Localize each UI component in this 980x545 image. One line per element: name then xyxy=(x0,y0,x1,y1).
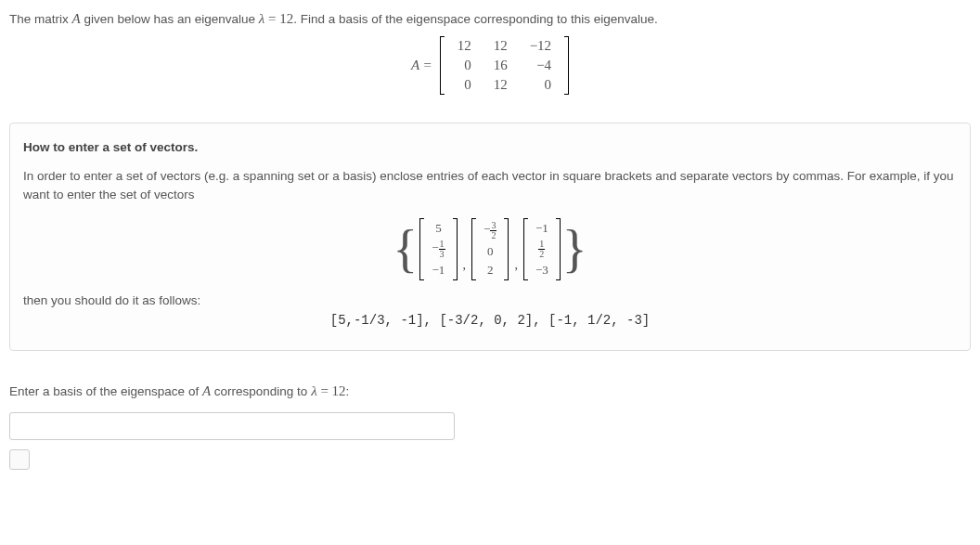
vector-entry: −3 xyxy=(532,262,552,279)
matrix-cell: 12 xyxy=(483,36,519,56)
info-box: How to enter a set of vectors. In order … xyxy=(9,123,971,351)
bracket-left-icon xyxy=(440,36,445,95)
problem-intro-post: . Find a basis of the eigenspace corresp… xyxy=(293,12,658,26)
answer-label-mid: corresponding to xyxy=(211,384,311,398)
code-example: [5,-1/3, -1], [-3/2, 0, 2], [-1, 1/2, -3… xyxy=(23,313,957,328)
bracket-right-icon xyxy=(504,218,509,280)
problem-intro-mid: given below has an eigenvalue xyxy=(81,12,259,26)
vector-1: 5 −13 −1 xyxy=(419,218,457,280)
curly-left-icon: { xyxy=(393,223,418,275)
matrix-cell: −4 xyxy=(519,56,562,75)
matrix-A: 12 12 −12 0 16 −4 0 12 0 xyxy=(446,36,562,95)
bracket-left-icon xyxy=(419,218,424,280)
vector-entry: −1 xyxy=(532,220,552,237)
answer-label-pre: Enter a basis of the eigenspace of xyxy=(9,384,202,398)
vector-entry: −13 xyxy=(428,239,448,260)
matrix-A-symbol: A xyxy=(72,11,81,26)
bracket-right-icon xyxy=(453,218,458,280)
vector-2: −32 0 2 xyxy=(471,218,509,280)
matrix-display: A = 12 12 −12 0 16 −4 0 12 0 xyxy=(9,36,971,95)
matrix-cell: 0 xyxy=(446,56,483,75)
curly-right-icon: } xyxy=(562,223,587,275)
comma: , xyxy=(514,258,518,280)
comma: , xyxy=(463,258,467,280)
matrix-cell: 16 xyxy=(483,56,519,75)
vector-entry: 12 xyxy=(532,239,552,260)
eq-sign: = xyxy=(264,11,279,26)
matrix-A-symbol: A xyxy=(202,383,211,398)
problem-intro-pre: The matrix xyxy=(9,12,72,26)
info-then: then you should do it as follows: xyxy=(23,293,957,307)
bracket-right-icon xyxy=(564,36,569,95)
vector-entry: 2 xyxy=(480,262,500,279)
answer-input[interactable] xyxy=(9,412,455,440)
status-box xyxy=(9,449,30,470)
vector-entry: 0 xyxy=(480,243,500,260)
lambda-value: 12 xyxy=(332,383,346,398)
info-text: In order to enter a set of vectors (e.g.… xyxy=(23,167,957,205)
problem-statement: The matrix A given below has an eigenval… xyxy=(9,11,971,27)
matrix-cell: −12 xyxy=(519,36,562,56)
matrix-label: A = xyxy=(411,58,432,73)
bracket-right-icon xyxy=(556,218,561,280)
vector-entry: 5 xyxy=(428,220,448,237)
matrix-cell: 0 xyxy=(519,75,562,95)
vector-set-display: { 5 −13 −1 , −32 0 2 , xyxy=(23,218,957,280)
matrix-cell: 0 xyxy=(446,75,483,95)
eq-sign: = xyxy=(317,383,332,398)
vector-entry: −32 xyxy=(480,220,500,241)
info-title: How to enter a set of vectors. xyxy=(23,140,957,154)
vector-entry: −1 xyxy=(428,262,448,279)
bracket-left-icon xyxy=(523,218,528,280)
lambda-value: 12 xyxy=(279,11,293,26)
answer-label: Enter a basis of the eigenspace of A cor… xyxy=(9,383,971,399)
matrix-cell: 12 xyxy=(483,75,519,95)
bracket-left-icon xyxy=(471,218,476,280)
answer-label-post: : xyxy=(346,384,350,398)
vector-3: −1 12 −3 xyxy=(523,218,561,280)
matrix-cell: 12 xyxy=(446,36,483,56)
